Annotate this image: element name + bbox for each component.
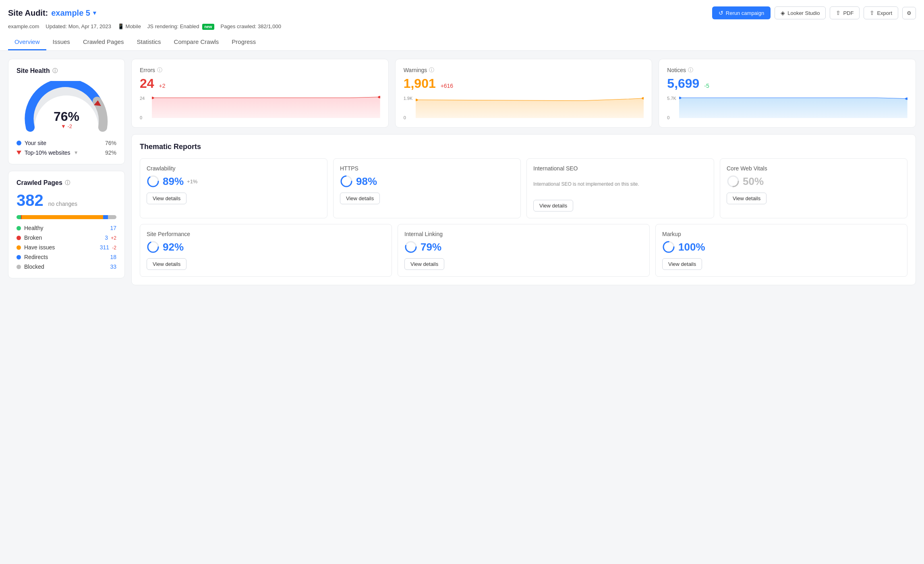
- warnings-count-row: 1,901 +616: [404, 76, 644, 91]
- site-name-button[interactable]: example 5 ▼: [51, 8, 97, 18]
- thematic-reports-title: Thematic Reports: [140, 143, 907, 151]
- ewn-row: Errors ⓘ 24 +2 24 0: [131, 59, 916, 128]
- issues-value: 311: [100, 244, 109, 251]
- warnings-info-icon[interactable]: ⓘ: [429, 66, 434, 74]
- crawlability-score: 89%: [163, 175, 184, 188]
- looker-icon: ◈: [781, 10, 785, 16]
- thematic-international-seo: International SEO International SEO is n…: [526, 158, 714, 218]
- rerun-campaign-button[interactable]: ↺ Rerun campaign: [712, 6, 771, 19]
- internal-linking-view-details-button[interactable]: View details: [404, 258, 444, 270]
- https-title: HTTPS: [340, 165, 514, 172]
- warnings-sparkline: 1.9K 0: [404, 96, 644, 120]
- crawlability-change: +1%: [187, 178, 197, 185]
- site-performance-title: Site Performance: [147, 231, 385, 237]
- errors-change: +2: [159, 83, 165, 89]
- errors-chart-svg: [152, 96, 380, 120]
- tab-compare-crawls[interactable]: Compare Crawls: [168, 34, 226, 50]
- site-audit-title: Site Audit: example 5 ▼: [8, 8, 97, 18]
- crawled-count-row: 382 no changes: [17, 191, 116, 209]
- crawled-pages-info-icon[interactable]: ⓘ: [65, 179, 70, 187]
- site-health-card: Site Health ⓘ: [8, 59, 125, 164]
- core-web-vitals-view-details-button[interactable]: View details: [727, 193, 767, 204]
- right-panel: Errors ⓘ 24 +2 24 0: [131, 59, 916, 558]
- pages-legend-broken: Broken 3 +2: [17, 234, 116, 241]
- internal-linking-score: 79%: [421, 241, 441, 253]
- https-view-details-button[interactable]: View details: [340, 193, 380, 204]
- settings-button[interactable]: ⚙: [902, 7, 916, 19]
- tab-issues[interactable]: Issues: [46, 34, 77, 50]
- thematic-reports-card: Thematic Reports Crawlability 89%: [131, 134, 916, 285]
- export-button[interactable]: ⇧ Export: [864, 6, 898, 19]
- site-audit-label: Site Audit:: [8, 8, 48, 18]
- pages-crawled-text: Pages crawled: 382/1,000: [221, 23, 281, 29]
- tabs-nav: Overview Issues Crawled Pages Statistics…: [8, 34, 916, 50]
- errors-count-row: 24 +2: [140, 76, 380, 91]
- markup-score-row: 100%: [662, 241, 901, 253]
- legend-row-your-site: Your site 76%: [17, 140, 116, 146]
- crawlability-title: Crawlability: [147, 165, 321, 172]
- app-container: Site Audit: example 5 ▼ ↺ Rerun campaign…: [0, 0, 924, 564]
- top-sites-chevron-icon[interactable]: ▼: [74, 150, 79, 156]
- thematic-crawlability: Crawlability 89% +1% View details: [140, 158, 327, 218]
- core-web-vitals-title: Core Web Vitals: [727, 165, 901, 172]
- notices-count-row: 5,699 -5: [667, 76, 907, 91]
- healthy-value: 17: [110, 225, 116, 231]
- header: Site Audit: example 5 ▼ ↺ Rerun campaign…: [0, 0, 924, 51]
- crawled-nochange: no changes: [48, 201, 77, 207]
- https-ring-icon: [340, 175, 353, 188]
- warnings-chart-svg: [416, 96, 644, 120]
- top-sites-value: 92%: [105, 149, 116, 156]
- issues-change: -2: [111, 245, 116, 251]
- pages-legend: Healthy 17 Broken 3 +2: [17, 225, 116, 270]
- looker-studio-button[interactable]: ◈ Looker Studio: [775, 6, 826, 19]
- notices-sparkline: 5.7K 0: [667, 96, 907, 120]
- tab-crawled-pages[interactable]: Crawled Pages: [77, 34, 131, 50]
- https-score-row: 98%: [340, 175, 514, 188]
- markup-score: 100%: [678, 241, 705, 253]
- crawled-pages-title: Crawled Pages ⓘ: [17, 179, 116, 187]
- internal-linking-title: Internal Linking: [404, 231, 643, 237]
- site-health-info-icon[interactable]: ⓘ: [52, 67, 58, 75]
- gauge-percent: 76%: [54, 110, 79, 123]
- header-meta: example.com Updated: Mon, Apr 17, 2023 📱…: [8, 23, 916, 29]
- header-top: Site Audit: example 5 ▼ ↺ Rerun campaign…: [8, 6, 916, 19]
- notices-card: Notices ⓘ 5,699 -5 5.7K 0: [659, 59, 916, 128]
- pages-legend-issues: Have issues 311 -2: [17, 244, 116, 251]
- issues-segment: [22, 215, 103, 219]
- updated-text: Updated: Mon, Apr 17, 2023: [46, 23, 111, 29]
- internal-linking-score-row: 79%: [404, 241, 643, 253]
- crawled-pages-progress-bar: [17, 215, 116, 219]
- thematic-grid-top: Crawlability 89% +1% View details: [140, 158, 907, 218]
- markup-title: Markup: [662, 231, 901, 237]
- top-sites-triangle-icon: [17, 151, 21, 155]
- errors-info-icon[interactable]: ⓘ: [157, 66, 162, 74]
- pdf-button[interactable]: ⇧ PDF: [830, 6, 860, 19]
- site-performance-view-details-button[interactable]: View details: [147, 258, 186, 270]
- tab-overview[interactable]: Overview: [8, 34, 46, 50]
- gauge-change-arrow: ▼: [61, 123, 66, 129]
- international-seo-na-text: International SEO is not implemented on …: [533, 175, 707, 195]
- healthy-segment: [17, 215, 21, 219]
- your-site-label: Your site: [25, 140, 46, 146]
- errors-sparkline: 24 0: [140, 96, 380, 120]
- thematic-core-web-vitals: Core Web Vitals 50% View details: [720, 158, 907, 218]
- gauge-container: 76% ▼ -2: [17, 81, 116, 133]
- notices-info-icon[interactable]: ⓘ: [688, 66, 693, 74]
- warnings-title: Warnings ⓘ: [404, 66, 644, 74]
- broken-value: 3: [105, 234, 108, 241]
- markup-view-details-button[interactable]: View details: [662, 258, 702, 270]
- notices-count: 5,699: [667, 76, 699, 91]
- crawlability-view-details-button[interactable]: View details: [147, 193, 186, 204]
- tab-statistics[interactable]: Statistics: [131, 34, 168, 50]
- blocked-dot: [17, 265, 21, 269]
- errors-card: Errors ⓘ 24 +2 24 0: [131, 59, 389, 128]
- international-seo-view-details-button[interactable]: View details: [533, 200, 573, 212]
- tab-progress[interactable]: Progress: [225, 34, 262, 50]
- health-legend: Your site 76% Top-10% websites ▼ 92%: [17, 140, 116, 156]
- broken-change: +2: [110, 235, 116, 241]
- thematic-markup: Markup 100% View details: [655, 224, 907, 277]
- notices-chart-svg: [679, 96, 907, 120]
- notices-change: -5: [704, 83, 709, 89]
- warnings-card: Warnings ⓘ 1,901 +616 1.9K 0: [395, 59, 653, 128]
- crawlability-ring-icon: [147, 175, 160, 188]
